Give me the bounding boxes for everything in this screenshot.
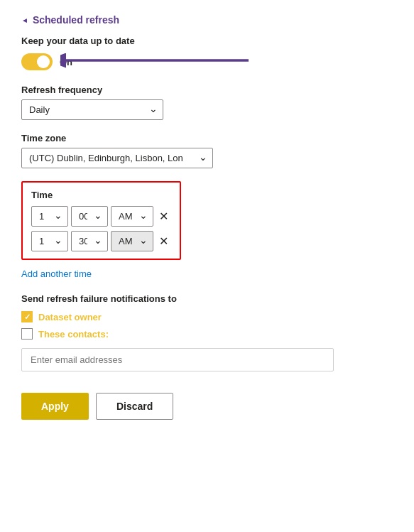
these-contacts-checkbox[interactable] <box>21 328 33 340</box>
toggle-label: On <box>60 57 72 67</box>
button-row: Apply Discard <box>21 393 393 420</box>
these-contacts-row: These contacts: <box>21 328 393 340</box>
hour-select-1[interactable]: 1234 5678 9101112 <box>31 206 68 227</box>
collapse-icon[interactable]: ◄ <box>21 16 28 24</box>
timezone-group: Time zone (UTC) Dublin, Edinburgh, Lisbo… <box>21 133 393 168</box>
minute-select-wrapper-2: 00153045 <box>71 231 108 251</box>
dataset-owner-checkbox[interactable] <box>21 311 33 322</box>
remove-time-button-2[interactable]: ✕ <box>156 234 171 249</box>
timezone-label: Time zone <box>21 133 393 143</box>
refresh-frequency-group: Refresh frequency Daily Weekly <box>21 85 393 120</box>
timezone-select[interactable]: (UTC) Dublin, Edinburgh, Lisbon, Lon <box>21 148 213 168</box>
dataset-owner-label: Dataset owner <box>38 312 102 322</box>
toggle-subtitle: Keep your data up to date <box>21 36 393 46</box>
section-header: ◄ Scheduled refresh <box>21 14 393 26</box>
refresh-frequency-wrapper: Daily Weekly <box>21 99 163 120</box>
time-label: Time <box>31 190 171 200</box>
these-contacts-label: These contacts: <box>38 329 109 340</box>
toggle-row: On <box>21 53 393 70</box>
dataset-owner-row: Dataset owner <box>21 311 393 322</box>
ampm-select-1[interactable]: AMPM <box>111 206 153 227</box>
refresh-frequency-label: Refresh frequency <box>21 85 393 95</box>
time-row-1: 1234 5678 9101112 00153045 AMPM ✕ <box>31 206 171 227</box>
on-off-toggle[interactable] <box>21 53 53 70</box>
refresh-frequency-select[interactable]: Daily Weekly <box>21 99 163 120</box>
time-section: Time 1234 5678 9101112 00153045 AMPM ✕ 1… <box>21 181 181 260</box>
hour-select-2[interactable]: 123 <box>31 231 68 251</box>
email-input[interactable] <box>21 348 334 371</box>
discard-button[interactable]: Discard <box>96 393 173 420</box>
minute-select-wrapper-1: 00153045 <box>71 206 108 227</box>
ampm-select-wrapper-1: AMPM <box>111 206 153 227</box>
arrow-annotation <box>60 48 252 77</box>
timezone-wrapper: (UTC) Dublin, Edinburgh, Lisbon, Lon <box>21 148 213 168</box>
add-time-link[interactable]: Add another time <box>21 268 393 279</box>
remove-time-button-1[interactable]: ✕ <box>156 210 171 224</box>
minute-select-2[interactable]: 00153045 <box>71 231 108 251</box>
minute-select-1[interactable]: 00153045 <box>71 206 108 227</box>
time-row-2: 123 00153045 AMPM ✕ <box>31 231 171 251</box>
ampm-select-wrapper-2: AMPM <box>111 231 153 251</box>
ampm-select-2[interactable]: AMPM <box>111 231 153 251</box>
apply-button[interactable]: Apply <box>21 393 89 420</box>
hour-select-wrapper-1: 1234 5678 9101112 <box>31 206 68 227</box>
hour-select-wrapper-2: 123 <box>31 231 68 251</box>
section-title: Scheduled refresh <box>33 14 119 26</box>
notification-label: Send refresh failure notifications to <box>21 293 393 304</box>
